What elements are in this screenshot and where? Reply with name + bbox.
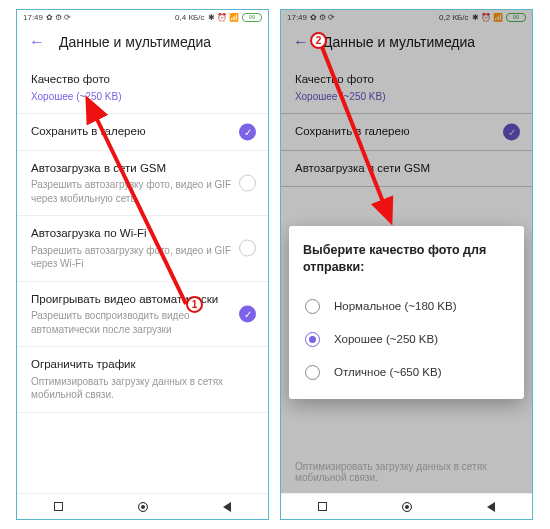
status-bar: 17:49 ✿ ⚙ ⟳ 0,4 КБ/с✱ ⏰ 📶99 <box>17 10 268 25</box>
checkbox-off-icon[interactable] <box>239 174 256 191</box>
row-photo-quality[interactable]: Качество фото Хорошее (~250 KB) <box>17 62 268 114</box>
radio-on-icon[interactable] <box>305 332 320 347</box>
row-save-gallery[interactable]: Сохранить в галерею ✓ <box>17 114 268 151</box>
annotation-badge-2: 2 <box>310 32 327 49</box>
photo-quality-dialog: Выберите качество фото для отправки: Нор… <box>289 226 524 399</box>
home-icon[interactable] <box>138 502 148 512</box>
dialog-title: Выберите качество фото для отправки: <box>303 242 510 276</box>
page-title: Данные и мультимедиа <box>59 34 211 50</box>
screenshot-right: 17:49 ✿ ⚙ ⟳ 0,2 КБ/с✱ ⏰ 📶99 ← Данные и м… <box>280 9 533 520</box>
recent-apps-icon[interactable] <box>318 502 327 511</box>
annotation-badge-1: 1 <box>186 296 203 313</box>
android-nav-bar <box>17 493 268 519</box>
settings-list: Качество фото Хорошее (~250 KB) Сохранит… <box>17 62 268 493</box>
back-nav-icon[interactable] <box>223 502 231 512</box>
radio-off-icon[interactable] <box>305 365 320 380</box>
recent-apps-icon[interactable] <box>54 502 63 511</box>
app-bar: ← Данные и мультимедиа <box>17 25 268 62</box>
home-icon[interactable] <box>402 502 412 512</box>
back-nav-icon[interactable] <box>487 502 495 512</box>
row-autoload-gsm[interactable]: Автозагрузка в сети GSM Разрешить автоза… <box>17 151 268 217</box>
option-good[interactable]: Хорошее (~250 KB) <box>303 323 510 356</box>
row-autoload-wifi[interactable]: Автозагрузка по Wi-Fi Разрешить автозагр… <box>17 216 268 282</box>
checkbox-off-icon[interactable] <box>239 240 256 257</box>
back-icon[interactable]: ← <box>29 34 45 50</box>
screenshot-left: 17:49 ✿ ⚙ ⟳ 0,4 КБ/с✱ ⏰ 📶99 ← Данные и м… <box>16 9 269 520</box>
row-autoplay-video[interactable]: Проигрывать видео автоматически Разрешит… <box>17 282 268 348</box>
checkbox-on-icon[interactable]: ✓ <box>239 305 256 322</box>
option-normal[interactable]: Нормальное (~180 KB) <box>303 290 510 323</box>
android-nav-bar <box>281 493 532 519</box>
checkbox-on-icon[interactable]: ✓ <box>239 123 256 140</box>
radio-off-icon[interactable] <box>305 299 320 314</box>
row-limit-traffic[interactable]: Ограничить трафик Оптимизировать загрузк… <box>17 347 268 413</box>
option-excellent[interactable]: Отличное (~650 KB) <box>303 356 510 389</box>
